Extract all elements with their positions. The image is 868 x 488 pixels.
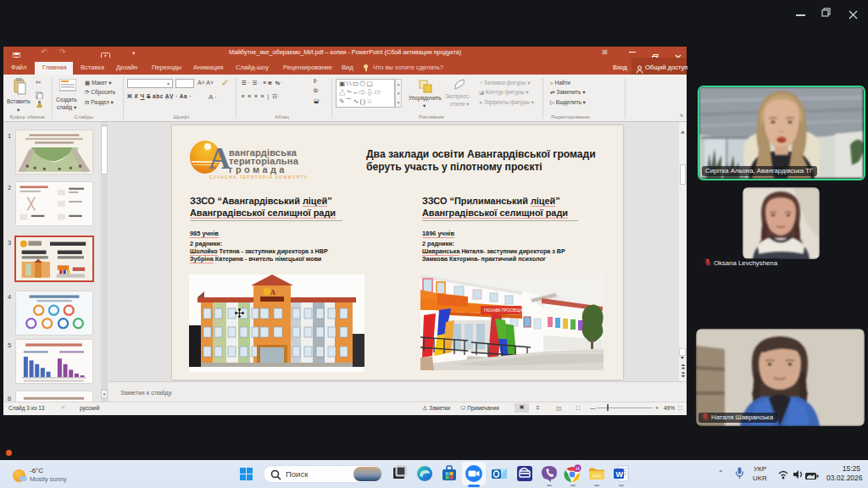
svg-text:ГАСКАВА ПРОСВІЩАЄ: ГАСКАВА ПРОСВІЩАЄ xyxy=(484,308,526,313)
svg-text:W: W xyxy=(616,470,624,479)
svg-text:А: А xyxy=(270,289,275,297)
svg-text:H: H xyxy=(576,466,579,471)
